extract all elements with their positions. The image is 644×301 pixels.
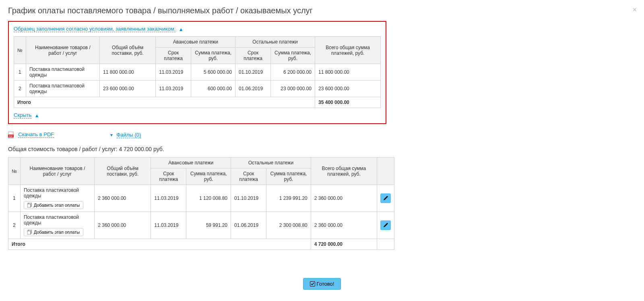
files-label: Файлы (0): [117, 132, 141, 138]
table-footer-row: Итого 4 720 000.00: [8, 239, 394, 250]
col-advance-sum: Сумма платежа, руб.: [191, 48, 235, 64]
add-stage-button[interactable]: Добавить этап оплаты: [24, 228, 83, 236]
table-row: 2 Поставка пластикатовой одежды 23 600 0…: [14, 81, 381, 97]
svg-text:PDF: PDF: [9, 135, 13, 137]
footer-total: 4 720 000.00: [311, 239, 377, 250]
pdf-label: Скачать в PDF: [18, 131, 54, 138]
svg-rect-6: [27, 231, 31, 235]
pencil-icon: [383, 223, 388, 228]
close-icon[interactable]: ×: [632, 6, 637, 14]
pencil-icon: [383, 196, 388, 201]
edit-table: № Наименование товаров / работ / услуг О…: [8, 157, 394, 250]
footer-total: 35 400 000.00: [315, 97, 381, 108]
col-rest-group: Остальные платежи: [231, 158, 311, 168]
add-stage-label: Добавить этап оплаты: [34, 203, 80, 208]
add-stage-label: Добавить этап оплаты: [34, 230, 80, 235]
col-actions: [377, 158, 394, 185]
page-title: График оплаты поставляемого товара / вып…: [8, 6, 636, 15]
col-rest-term: Срок платежа: [231, 168, 266, 185]
row-name: Поставка пластикатовой одежды: [24, 214, 79, 226]
col-rest-sum: Сумма платежа, руб.: [266, 168, 311, 185]
col-rest-sum: Сумма платежа, руб.: [271, 48, 315, 64]
svg-rect-7: [310, 282, 315, 286]
done-button[interactable]: Готово!: [303, 278, 341, 290]
table-row: 1 Поставка пластикатовой одежды Добавить…: [8, 185, 394, 212]
col-name: Наименование товаров / работ / услуг: [26, 37, 99, 64]
files-link[interactable]: ▾ Файлы (0): [110, 132, 141, 138]
col-total: Всего общая сумма платежей, руб.: [311, 158, 377, 185]
hide-toggle[interactable]: Скрыть: [14, 112, 31, 118]
col-rest-term: Срок платежа: [235, 48, 271, 64]
col-advance-group: Авансовые платежи: [156, 37, 235, 48]
svg-rect-4: [27, 204, 31, 208]
row-name: Поставка пластикатовой одежды: [24, 187, 79, 199]
copy-icon: [27, 203, 32, 208]
check-icon: [310, 281, 315, 286]
footer-label: Итого: [8, 239, 311, 250]
edit-row-button[interactable]: [380, 193, 391, 203]
col-advance-group: Авансовые платежи: [151, 158, 231, 168]
total-cost-line: Общая стоимость товаров / работ / услуг:…: [8, 146, 636, 152]
download-pdf-link[interactable]: PDF Скачать в PDF: [8, 131, 54, 139]
sample-header-label: Образец заполнения согласно условиям, за…: [14, 26, 175, 32]
col-advance-term: Срок платежа: [156, 48, 191, 64]
sample-block: Образец заполнения согласно условиям, за…: [8, 21, 386, 124]
chevron-up-icon: ▲: [179, 27, 184, 32]
hide-label: Скрыть: [14, 112, 31, 118]
footer-label: Итого: [14, 97, 315, 108]
sample-header-toggle[interactable]: Образец заполнения согласно условиям, за…: [14, 26, 175, 32]
copy-icon: [27, 230, 32, 235]
pdf-icon: PDF: [8, 131, 14, 139]
table-footer-row: Итого 35 400 000.00: [14, 97, 381, 108]
col-volume: Общий объём поставки, руб.: [95, 158, 151, 185]
col-total: Всего общая сумма платежей, руб.: [315, 37, 381, 64]
col-advance-sum: Сумма платежа, руб.: [186, 168, 231, 185]
col-num: №: [14, 37, 26, 64]
col-name: Наименование товаров / работ / услуг: [20, 158, 94, 185]
chevron-up-icon: ▲: [35, 113, 39, 118]
col-volume: Общий объём поставки, руб.: [100, 37, 156, 64]
col-advance-term: Срок платежа: [151, 168, 186, 185]
done-label: Готово!: [317, 281, 334, 287]
add-stage-button[interactable]: Добавить этап оплаты: [24, 201, 83, 209]
edit-row-button[interactable]: [380, 220, 391, 230]
chevron-down-icon: ▾: [110, 132, 113, 138]
table-row: 1 Поставка пластикатовой одежды 11 800 0…: [14, 64, 381, 81]
sample-table: № Наименование товаров / работ / услуг О…: [14, 36, 381, 108]
col-rest-group: Остальные платежи: [235, 37, 315, 48]
action-bar: PDF Скачать в PDF ▾ Файлы (0): [8, 131, 636, 139]
col-num: №: [8, 158, 21, 185]
table-row: 2 Поставка пластикатовой одежды Добавить…: [8, 212, 394, 239]
